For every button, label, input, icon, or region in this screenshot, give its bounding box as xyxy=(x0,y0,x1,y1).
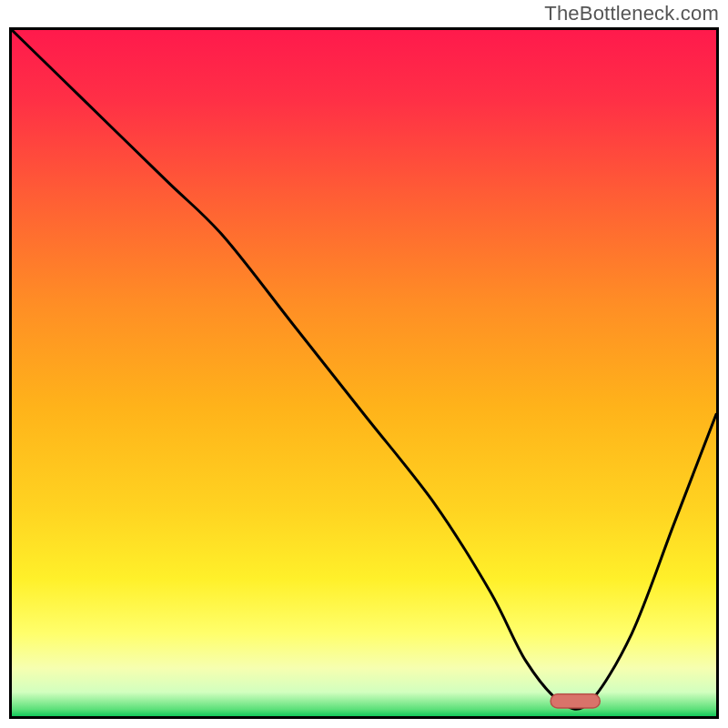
bottleneck-chart xyxy=(12,30,716,716)
watermark-text: TheBottleneck.com xyxy=(544,2,719,25)
optimal-marker xyxy=(551,694,600,708)
chart-container xyxy=(9,27,719,719)
